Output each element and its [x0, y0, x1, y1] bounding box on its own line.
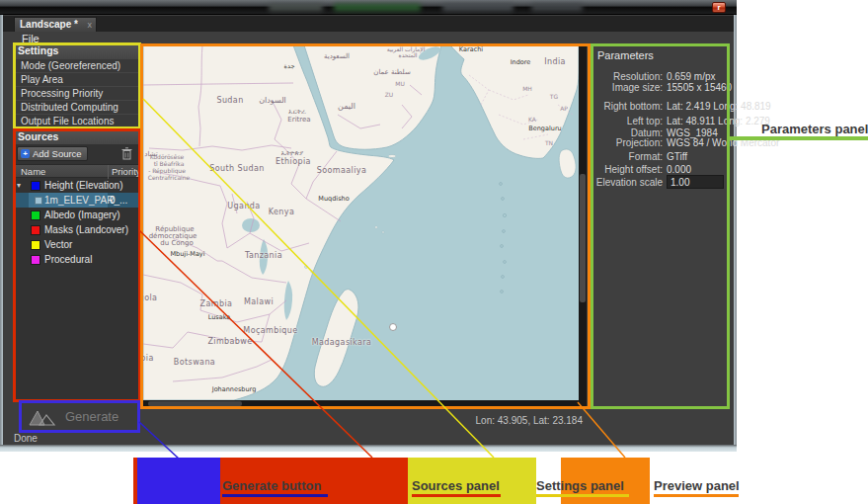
- param-value: 0.000: [667, 164, 691, 175]
- parameters-panel-title: Parameters: [597, 49, 654, 61]
- source-row-vector[interactable]: Vector: [14, 237, 140, 252]
- priority-value: 0: [110, 193, 116, 208]
- window-border-right: [734, 15, 737, 446]
- legend-label-preview-panel: Preview panel: [654, 478, 740, 493]
- window-titlebar[interactable]: r: [0, 0, 737, 15]
- layer-color-swatch: [31, 255, 40, 265]
- settings-panel: Settings Mode (Georeferenced) Play Area …: [14, 43, 140, 129]
- settings-panel-header: Settings: [14, 43, 140, 58]
- source-row-label: Albedo (Imagery): [44, 208, 120, 222]
- source-row-height[interactable]: ▾ Height (Elevation): [14, 178, 140, 193]
- raster-layer-icon: [35, 197, 42, 205]
- layer-color-swatch: [31, 210, 40, 220]
- parameters-panel: Parameters Resolution: 0.659 m/px Image …: [592, 44, 729, 408]
- tab-strip: [3, 16, 734, 32]
- blurred-titlebar-text: [334, 4, 421, 11]
- legend-label-settings-panel: Settings panel: [536, 478, 624, 493]
- scrollbar-thumb[interactable]: [580, 174, 586, 302]
- column-name[interactable]: Name: [21, 165, 45, 179]
- tab-title: Landscape *: [20, 19, 78, 30]
- layer-color-swatch: [31, 225, 40, 235]
- legend-underline: [654, 494, 739, 497]
- param-value: 15505 x 15460: [667, 82, 732, 93]
- legend-underline: [536, 494, 629, 497]
- blurred-titlebar-text: [269, 4, 323, 11]
- param-value: Lat: 48.911 Long: 2.279: [667, 116, 770, 126]
- param-value: Lat: 2.419 Long: 48.819: [667, 101, 771, 112]
- window-border-bottom: [0, 445, 737, 452]
- window-close-button[interactable]: r: [712, 2, 726, 13]
- param-label: Height offset:: [592, 164, 663, 175]
- mountains-icon: [28, 407, 57, 427]
- legend-swatch-generate: [137, 458, 220, 504]
- legend-swatch-preview: [561, 458, 650, 504]
- add-source-icon: +: [21, 149, 30, 158]
- map-vertical-scrollbar[interactable]: [579, 45, 587, 400]
- layer-color-swatch: [31, 181, 40, 191]
- sources-table-header[interactable]: Name Priority: [14, 164, 140, 178]
- param-label: Elevation scale: [592, 177, 663, 188]
- legend-label-parameters-panel: Parameters panel: [761, 122, 868, 136]
- cursor-coordinates: Lon: 43.905, Lat: 23.184: [395, 415, 583, 426]
- source-row-masks[interactable]: Masks (Landcover): [14, 222, 140, 237]
- expand-caret-icon[interactable]: ▾: [17, 178, 21, 193]
- settings-item-mode[interactable]: Mode (Georeferenced): [14, 58, 140, 72]
- param-right-bottom: Right bottom: Lat: 2.419 Long: 48.819: [592, 101, 729, 114]
- settings-item-play-area[interactable]: Play Area: [14, 72, 140, 86]
- blurred-titlebar-text: [531, 4, 583, 11]
- source-row-elev-file[interactable]: 1m_ELEV_PAR_... 0: [14, 193, 140, 208]
- blurred-titlebar-text: [442, 4, 513, 11]
- source-row-label: Masks (Landcover): [44, 222, 128, 237]
- legend-swatch-sources: [133, 458, 408, 504]
- source-row-label: Vector: [44, 237, 72, 252]
- layer-color-swatch: [31, 240, 40, 250]
- screenshot-stage: r Landscape * x File Settings Mode (Geor…: [0, 0, 868, 504]
- map-marker[interactable]: [390, 324, 397, 331]
- param-value: WGS 84 / World Mercator: [667, 137, 779, 148]
- settings-item-output-file-locations[interactable]: Output File Locations: [14, 114, 140, 127]
- param-label: Image size:: [592, 82, 663, 93]
- trash-icon[interactable]: [121, 147, 132, 160]
- map-viewport[interactable]: SudanالسودانSouth SudanKödörösêsetî Bêaf…: [143, 45, 579, 400]
- generate-button[interactable]: Generate: [21, 402, 138, 431]
- source-row-label: Height (Elevation): [44, 178, 122, 193]
- preview-panel: SudanالسودانSouth SudanKödörösêsetî Bêaf…: [143, 45, 587, 407]
- param-elevation-scale: Elevation scale: [592, 177, 729, 190]
- param-projection: Projection: WGS 84 / World Mercator: [592, 137, 729, 150]
- tab-close-icon[interactable]: x: [88, 20, 93, 30]
- legend-underline: [222, 494, 328, 497]
- status-text: Done: [14, 433, 38, 444]
- source-row-label: Procedural: [44, 252, 92, 267]
- settings-item-distributed-computing[interactable]: Distributed Computing: [14, 100, 140, 114]
- param-label: Left top:: [592, 116, 663, 126]
- column-priority[interactable]: Priority: [108, 165, 141, 179]
- tab-landscape[interactable]: Landscape * x: [14, 17, 97, 32]
- param-format: Format: GTiff: [592, 151, 729, 164]
- param-value: 0.659 m/px: [667, 71, 715, 82]
- param-image-size: Image size: 15505 x 15460: [592, 82, 729, 95]
- add-source-button[interactable]: + Add Source: [17, 146, 88, 161]
- param-label: Projection:: [592, 137, 663, 148]
- param-value: GTiff: [667, 151, 687, 162]
- legend-swatch-settings: [408, 458, 536, 504]
- legend-underline: [412, 494, 501, 497]
- source-row-albedo[interactable]: Albedo (Imagery): [14, 208, 140, 222]
- source-row-procedural[interactable]: Procedural: [14, 252, 140, 267]
- sources-toolbar: + Add Source: [14, 144, 140, 164]
- sources-panel: Sources + Add Source Name Priority: [14, 129, 140, 401]
- sources-panel-header: Sources: [14, 129, 140, 144]
- settings-item-processing-priority[interactable]: Processing Priority: [14, 86, 140, 100]
- generate-button-label: Generate: [65, 409, 118, 424]
- map-horizontal-scrollbar[interactable]: [143, 400, 579, 407]
- app-window: r Landscape * x File Settings Mode (Geor…: [0, 0, 737, 452]
- param-label: Right bottom:: [592, 101, 663, 112]
- scrollbar-thumb[interactable]: [148, 401, 242, 406]
- elevation-scale-input[interactable]: [667, 175, 724, 189]
- add-source-label: Add Source: [33, 147, 82, 160]
- param-label: Resolution:: [592, 71, 663, 82]
- legend-label-generate-button: Generate button: [222, 478, 321, 493]
- legend-label-sources-panel: Sources panel: [412, 478, 500, 493]
- param-label: Format:: [592, 151, 663, 162]
- map-render: [143, 45, 579, 400]
